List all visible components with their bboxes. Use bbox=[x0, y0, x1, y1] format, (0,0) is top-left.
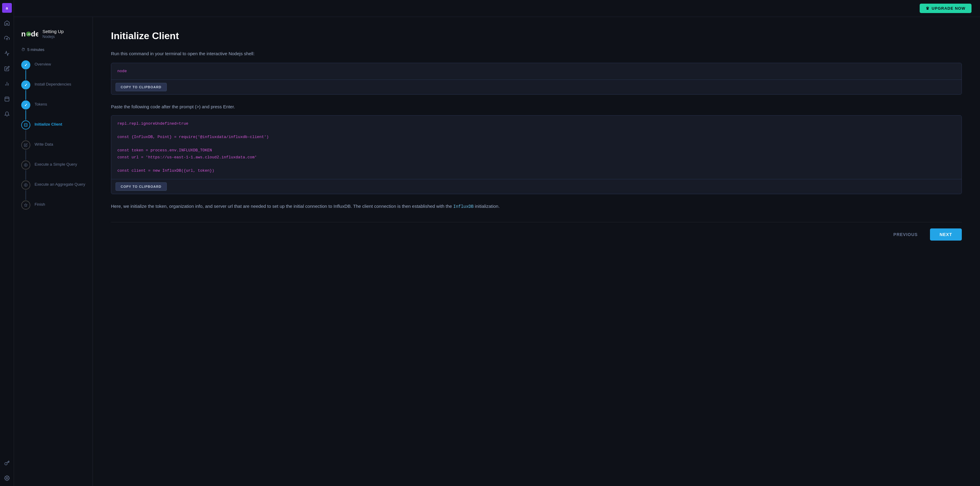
step-circle-8 bbox=[21, 201, 30, 210]
step-item-overview[interactable]: ✓ Overview bbox=[21, 61, 85, 80]
step-circle-2: ✓ bbox=[21, 80, 30, 89]
step-connector-4 bbox=[21, 120, 30, 140]
svg-marker-18 bbox=[25, 164, 26, 166]
tutorial-desc-2: Paste the following code after the promp… bbox=[111, 103, 962, 110]
steps-list: ✓ Overview ✓ Install Dependencies bbox=[21, 61, 85, 210]
main-container: ♛ UPGRADE NOW n JS de Setting Up bbox=[14, 0, 980, 486]
step-circle-4 bbox=[21, 120, 30, 129]
step-circle-5 bbox=[21, 140, 30, 150]
step-item-simple-query[interactable]: Execute a Simple Query bbox=[21, 161, 85, 180]
copy-btn-row-1: COPY TO CLIPBOARD bbox=[111, 80, 961, 94]
node-logo: n JS de bbox=[21, 28, 38, 40]
step-item-aggregate-query[interactable]: Execute an Aggregate Query bbox=[21, 180, 85, 201]
tutorial-sidebar: n JS de Setting Up Nodejs ⏱ 5 minutes bbox=[14, 17, 93, 486]
time-estimate: ⏱ 5 minutes bbox=[21, 47, 85, 52]
icon-rail: a bbox=[0, 0, 14, 486]
tutorial-desc-1: Run this command in your terminal to ope… bbox=[111, 50, 962, 57]
bottom-desc-before: Here, we initialize the token, organizat… bbox=[111, 204, 453, 209]
key-icon[interactable] bbox=[2, 458, 12, 468]
step-label-5: Write Data bbox=[35, 140, 53, 147]
tutorial-content: Initialize Client Run this command in yo… bbox=[93, 17, 980, 486]
calendar-icon[interactable] bbox=[2, 94, 12, 104]
step-line-5 bbox=[25, 150, 26, 160]
copy-to-clipboard-button-2[interactable]: COPY TO CLIPBOARD bbox=[116, 182, 167, 191]
svg-rect-14 bbox=[24, 123, 27, 126]
bottom-desc-after: initialization. bbox=[474, 204, 500, 209]
activity-icon[interactable] bbox=[2, 49, 12, 58]
svg-rect-5 bbox=[5, 97, 9, 101]
influxdb-inline-code: InfluxDB bbox=[453, 204, 474, 209]
step-label-6: Execute a Simple Query bbox=[35, 161, 77, 167]
step-label-8: Finish bbox=[35, 201, 45, 207]
step-label-7: Execute an Aggregate Query bbox=[35, 180, 85, 187]
step-line-1 bbox=[25, 70, 26, 80]
step-label-4: Initialize Client bbox=[35, 120, 62, 127]
step-item-initialize[interactable]: Initialize Client bbox=[21, 120, 85, 140]
step-label-3: Tokens bbox=[35, 100, 47, 107]
sidebar-subtitle: Nodejs bbox=[43, 34, 64, 39]
svg-text:de: de bbox=[31, 30, 38, 38]
top-bar: ♛ UPGRADE NOW bbox=[14, 0, 980, 17]
edit-icon[interactable] bbox=[2, 64, 12, 73]
step-circle-7 bbox=[21, 180, 30, 190]
copy-to-clipboard-button-1[interactable]: COPY TO CLIPBOARD bbox=[116, 83, 167, 91]
step-connector-1: ✓ bbox=[21, 61, 30, 80]
sidebar-header: n JS de Setting Up Nodejs bbox=[21, 28, 85, 40]
step-connector-6 bbox=[21, 161, 30, 180]
sidebar-title-block: Setting Up Nodejs bbox=[43, 29, 64, 39]
nav-buttons: PREVIOUS NEXT bbox=[111, 222, 962, 241]
step-item-tokens[interactable]: ✓ Tokens bbox=[21, 100, 85, 120]
bottom-description: Here, we initialize the token, organizat… bbox=[111, 202, 962, 210]
step-label-2: Install Dependencies bbox=[35, 80, 71, 87]
previous-button[interactable]: PREVIOUS bbox=[886, 228, 925, 241]
step-connector-7 bbox=[21, 180, 30, 201]
svg-point-19 bbox=[24, 183, 27, 186]
step-line-6 bbox=[25, 170, 26, 180]
step-label-1: Overview bbox=[35, 61, 51, 67]
svg-marker-20 bbox=[25, 185, 26, 186]
crown-icon: ♛ bbox=[926, 6, 930, 11]
step-circle-3: ✓ bbox=[21, 100, 30, 110]
svg-marker-0 bbox=[5, 21, 9, 25]
step-item-finish[interactable]: Finish bbox=[21, 201, 85, 210]
code-block-2: repl.repl.ignoreUndefined=true const {In… bbox=[111, 115, 962, 194]
svg-text:JS: JS bbox=[27, 33, 30, 36]
step-connector-3: ✓ bbox=[21, 100, 30, 120]
tutorial-title: Initialize Client bbox=[111, 30, 962, 41]
setting-up-label: Setting Up bbox=[43, 29, 64, 34]
svg-point-17 bbox=[24, 164, 27, 167]
step-line-2 bbox=[25, 90, 26, 100]
step-connector-8 bbox=[21, 201, 30, 210]
svg-text:n: n bbox=[21, 30, 26, 38]
step-item-install[interactable]: ✓ Install Dependencies bbox=[21, 80, 85, 100]
copy-btn-row-2: COPY TO CLIPBOARD bbox=[111, 179, 961, 194]
content-area: n JS de Setting Up Nodejs ⏱ 5 minutes bbox=[14, 17, 980, 486]
step-circle-6 bbox=[21, 161, 30, 170]
svg-point-9 bbox=[6, 478, 8, 479]
step-item-write[interactable]: Write Data bbox=[21, 140, 85, 161]
nodejs-logo-svg: n JS de bbox=[21, 28, 38, 40]
clock-icon: ⏱ bbox=[21, 47, 25, 52]
code-area-2: repl.repl.ignoreUndefined=true const {In… bbox=[111, 116, 961, 179]
settings-icon[interactable] bbox=[2, 473, 12, 483]
step-connector-2: ✓ bbox=[21, 80, 30, 100]
next-button[interactable]: NEXT bbox=[930, 228, 962, 241]
code-area-1: node bbox=[111, 63, 961, 80]
chart-icon[interactable] bbox=[2, 79, 12, 89]
step-circle-1: ✓ bbox=[21, 61, 30, 70]
step-line-3 bbox=[25, 110, 26, 120]
home-icon[interactable] bbox=[2, 18, 12, 28]
step-line-4 bbox=[25, 130, 26, 140]
bell-icon[interactable] bbox=[2, 109, 12, 119]
svg-marker-21 bbox=[24, 204, 27, 207]
step-connector-5 bbox=[21, 140, 30, 161]
upload-icon[interactable] bbox=[2, 33, 12, 43]
user-avatar[interactable]: a bbox=[2, 3, 12, 13]
step-line-7 bbox=[25, 190, 26, 200]
code-block-1: node COPY TO CLIPBOARD bbox=[111, 63, 962, 95]
upgrade-now-button[interactable]: ♛ UPGRADE NOW bbox=[920, 4, 972, 13]
